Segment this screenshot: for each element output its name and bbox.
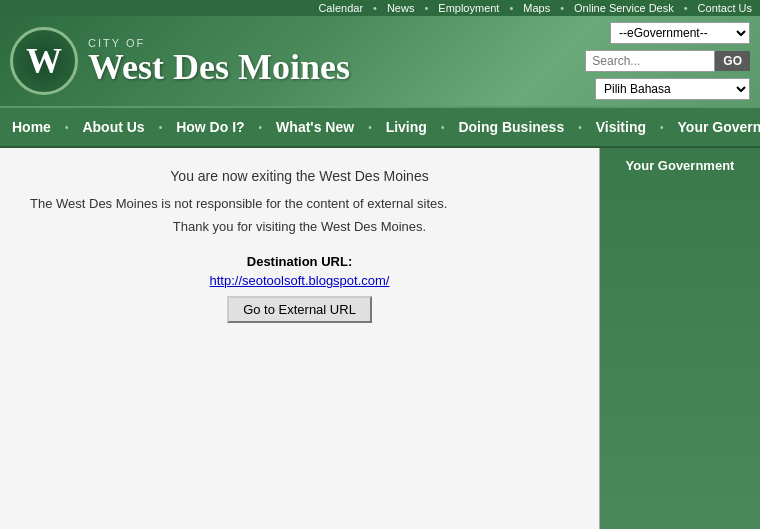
nav-doing-business[interactable]: Doing Business xyxy=(446,106,576,148)
right-sidebar: Your Government xyxy=(600,148,760,529)
translate-select[interactable]: Pilih Bahasa xyxy=(595,78,750,100)
header-right: --eGovernment-- GO Pilih Bahasa xyxy=(585,22,750,100)
destination-url-link[interactable]: http://seotoolsoft.blogspot.com/ xyxy=(210,273,390,288)
city-name-main: West Des Moines xyxy=(88,49,350,85)
nav-living[interactable]: Living xyxy=(374,106,439,148)
egovernment-select[interactable]: --eGovernment-- xyxy=(610,22,750,44)
header: W City of West Des Moines --eGovernment-… xyxy=(0,16,760,106)
nav-dot-5: • xyxy=(439,122,447,133)
news-link[interactable]: News xyxy=(387,2,415,14)
top-bar: Calendar • News • Employment • Maps • On… xyxy=(0,0,760,16)
employment-link[interactable]: Employment xyxy=(438,2,499,14)
exiting-notice: The West Des Moines is not responsible f… xyxy=(30,196,569,211)
dot5: • xyxy=(684,2,688,14)
sidebar-your-government-link[interactable]: Your Government xyxy=(626,158,735,173)
thank-you-text: Thank you for visiting the West Des Moin… xyxy=(30,219,569,234)
nav-dot-4: • xyxy=(366,122,374,133)
nav-about-us[interactable]: About Us xyxy=(70,106,156,148)
nav-dot-3: • xyxy=(257,122,265,133)
nav-your-government[interactable]: Your Government xyxy=(666,106,760,148)
search-go-button[interactable]: GO xyxy=(715,51,750,71)
maps-link[interactable]: Maps xyxy=(523,2,550,14)
dot3: • xyxy=(509,2,513,14)
search-row: GO xyxy=(585,50,750,72)
logo-w: W xyxy=(26,40,62,82)
dot4: • xyxy=(560,2,564,14)
nav-dot-1: • xyxy=(63,122,71,133)
logo-circle: W xyxy=(10,27,78,95)
nav-dot-2: • xyxy=(157,122,165,133)
contact-us-link[interactable]: Contact Us xyxy=(698,2,752,14)
exiting-title: You are now exiting the West Des Moines xyxy=(30,168,569,184)
logo-area: W City of West Des Moines xyxy=(10,27,585,95)
nav-dot-6: • xyxy=(576,122,584,133)
destination-url-block: http://seotoolsoft.blogspot.com/ xyxy=(30,273,569,288)
nav-bar: Home • About Us • How Do I? • What's New… xyxy=(0,106,760,148)
destination-label: Destination URL: xyxy=(30,254,569,269)
nav-dot-7: • xyxy=(658,122,666,133)
search-input[interactable] xyxy=(585,50,715,72)
sidebar-your-government: Your Government xyxy=(608,158,752,173)
city-name-block: City of West Des Moines xyxy=(88,37,350,85)
nav-how-do-i[interactable]: How Do I? xyxy=(164,106,256,148)
content-area: You are now exiting the West Des Moines … xyxy=(0,148,599,529)
nav-whats-new[interactable]: What's New xyxy=(264,106,366,148)
dot1: • xyxy=(373,2,377,14)
egovernment-row: --eGovernment-- xyxy=(610,22,750,44)
calendar-link[interactable]: Calendar xyxy=(318,2,363,14)
main-wrapper: You are now exiting the West Des Moines … xyxy=(0,148,760,529)
translate-row: Pilih Bahasa xyxy=(595,78,750,100)
nav-visiting[interactable]: Visiting xyxy=(584,106,658,148)
dot2: • xyxy=(424,2,428,14)
online-service-desk-link[interactable]: Online Service Desk xyxy=(574,2,674,14)
nav-home[interactable]: Home xyxy=(0,106,63,148)
go-external-button[interactable]: Go to External URL xyxy=(227,296,372,323)
